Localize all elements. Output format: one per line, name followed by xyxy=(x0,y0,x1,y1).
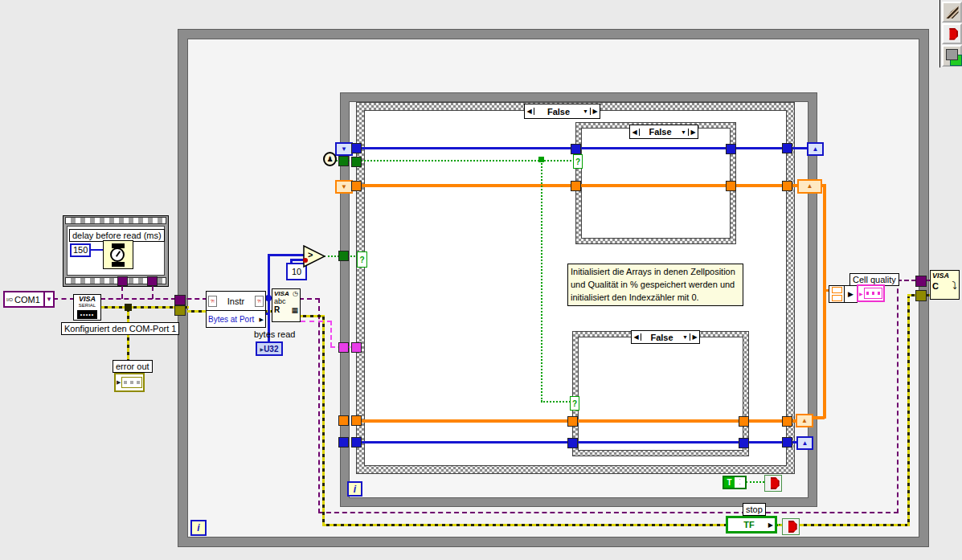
case-prev-icon[interactable]: ◀ xyxy=(630,129,640,136)
wire-array-bottom[interactable] xyxy=(356,419,804,423)
stop-boolean-control[interactable]: TF ▶ xyxy=(726,516,777,533)
wire-string-2[interactable] xyxy=(330,321,332,347)
case-tunnel-string[interactable] xyxy=(351,342,362,353)
wire-visa-bottom[interactable] xyxy=(318,512,899,513)
case-dropdown-icon[interactable]: ▼ xyxy=(682,334,688,340)
comment-box[interactable]: Initialisiert die Arrays in denen Zellpo… xyxy=(567,264,743,306)
tunnel-error-in[interactable] xyxy=(174,305,186,316)
greater-glyph: > xyxy=(308,250,313,260)
middle-loop-condition-terminal[interactable] xyxy=(764,475,782,492)
inner-bottom-tunnel-orange-l[interactable] xyxy=(567,416,578,427)
delay-constant[interactable]: 150 xyxy=(70,243,91,257)
greater-than-node[interactable]: > xyxy=(303,245,325,268)
error-out-indicator[interactable]: ▶ xyxy=(114,373,145,392)
sequence-tunnel-right[interactable] xyxy=(147,276,158,286)
tunnel-bool-top[interactable] xyxy=(338,156,349,166)
wire-array-into-sr[interactable] xyxy=(812,416,825,419)
shift-register-right-orange-bottom[interactable]: ▲ xyxy=(796,414,813,427)
inner-top-tunnel-orange-r[interactable] xyxy=(726,181,736,191)
wire-visa-com1[interactable] xyxy=(53,298,75,300)
circled-figure-node[interactable]: ♟ xyxy=(323,152,337,166)
property-node[interactable]: ?! Instr ?! Bytes at Port ▶ xyxy=(206,291,266,328)
case-selector-inner-bottom[interactable]: ◀ False ▼ ▶ xyxy=(631,330,700,344)
wire-error-down[interactable] xyxy=(322,315,325,526)
visa-close-node[interactable]: VISA C ⤵ xyxy=(930,270,960,300)
wire-array-wrap-down[interactable] xyxy=(823,184,826,419)
case-tunnel-blue-br[interactable] xyxy=(782,437,792,448)
case-prev-icon[interactable]: ◀ xyxy=(632,333,641,341)
case-selector-terminal-outer[interactable]: ? xyxy=(357,251,367,268)
paper-icon: ?! xyxy=(255,296,264,307)
case-tunnel-orange-br[interactable] xyxy=(782,416,792,427)
wire-delay[interactable] xyxy=(90,249,104,251)
shift-register-right-blue-top[interactable]: ▲ xyxy=(807,142,824,156)
shift-register-right-blue-bottom[interactable]: ▲ xyxy=(796,436,813,450)
visa-title: VISA xyxy=(74,296,100,303)
case-dropdown-icon[interactable]: ▼ xyxy=(681,129,686,135)
wire-visa-seq-drop1[interactable] xyxy=(121,286,123,299)
property-name[interactable]: Bytes at Port xyxy=(208,315,260,324)
outer-loop-condition-terminal[interactable] xyxy=(782,518,800,535)
visa-read-node[interactable]: VISA ◷ abc R ▦ xyxy=(272,288,301,322)
com-port-constant[interactable]: I/O COM1 ▼ xyxy=(3,291,55,308)
wire-error-up-right[interactable] xyxy=(907,295,910,526)
tunnel-error-out[interactable] xyxy=(915,290,927,301)
shift-register-left-blue[interactable]: ▼ xyxy=(335,142,353,156)
shift-register-right-orange-top[interactable]: ▲ xyxy=(797,179,822,194)
wire-visa-seq-drop2[interactable] xyxy=(152,286,154,299)
case-tunnel-orange-tr[interactable] xyxy=(782,181,792,191)
case-next-icon[interactable]: ▶ xyxy=(690,333,699,341)
tunnel-string[interactable] xyxy=(338,342,349,353)
tunnel-orange-bottom-left[interactable] xyxy=(338,415,349,426)
case-next-icon[interactable]: ▶ xyxy=(590,108,600,115)
case-tunnel-orange-tl[interactable] xyxy=(351,181,362,191)
tunnel-visa-in[interactable] xyxy=(174,295,186,305)
case-tunnel-bool[interactable] xyxy=(351,157,362,167)
inner-top-selector-terminal[interactable]: ? xyxy=(573,154,583,169)
inner-top-tunnel-orange-l[interactable] xyxy=(571,181,581,191)
outer-loop-iteration-terminal[interactable]: i xyxy=(190,520,207,536)
case-tunnel-blue-tr[interactable] xyxy=(782,143,792,153)
visa-configure-serial-node[interactable]: VISA SERIAL ••••• xyxy=(73,294,101,321)
palette-tool-button[interactable] xyxy=(942,45,962,67)
middle-loop-iteration-terminal[interactable]: i xyxy=(347,481,362,497)
wire-error-read-out[interactable] xyxy=(299,315,324,317)
wire-i32-to-compare[interactable] xyxy=(269,254,305,256)
build-array-node[interactable]: ▶ xyxy=(829,285,858,303)
wire-i32-top[interactable] xyxy=(350,147,813,149)
case-dropdown-icon[interactable]: ▼ xyxy=(583,108,588,114)
case-selector-outer[interactable]: ◀ False ▼ ▶ xyxy=(524,104,600,119)
case-tunnel-blue-tl[interactable] xyxy=(351,143,362,153)
wire-array-top[interactable] xyxy=(350,184,825,187)
bytes-read-indicator[interactable]: ▶ U32 xyxy=(256,341,283,356)
case-next-icon[interactable]: ▶ xyxy=(688,129,698,136)
wire-visa-up-right[interactable] xyxy=(897,280,899,513)
palette-pin-button[interactable] xyxy=(942,2,962,22)
cell-quality-indicator[interactable]: ▶ xyxy=(857,284,885,302)
wire-visa-down[interactable] xyxy=(318,298,320,513)
inner-bottom-tunnel-blue-l[interactable] xyxy=(567,438,578,448)
wire-visa-read-out[interactable] xyxy=(299,298,320,300)
inner-top-tunnel-blue-l[interactable] xyxy=(571,144,581,154)
palette-abort-button[interactable] xyxy=(942,23,962,44)
case-tunnel-blue-bl[interactable] xyxy=(351,437,362,448)
sequence-tunnel-left[interactable] xyxy=(117,276,128,286)
inner-bottom-selector-terminal[interactable]: ? xyxy=(570,396,579,411)
case-prev-icon[interactable]: ◀ xyxy=(525,108,534,115)
wire-error-bottom[interactable] xyxy=(322,524,910,526)
dropdown-icon[interactable]: ▼ xyxy=(43,291,53,308)
true-constant[interactable]: T ⁚ xyxy=(723,476,747,489)
tunnel-blue-bottom-left[interactable] xyxy=(338,437,349,448)
case-selector-inner-top[interactable]: ◀ False ▼ ▶ xyxy=(629,125,698,139)
wire-visa-serial-out[interactable] xyxy=(100,298,207,300)
wait-ms-node[interactable] xyxy=(103,240,133,269)
wire-bool-branch-down[interactable] xyxy=(541,161,542,402)
tunnel-bool-compare[interactable] xyxy=(338,251,349,261)
inner-bottom-tunnel-blue-r[interactable] xyxy=(739,438,749,448)
wire-bool-selector-bottom[interactable] xyxy=(541,401,574,403)
tunnel-visa-out[interactable] xyxy=(915,276,927,287)
inner-top-tunnel-blue-r[interactable] xyxy=(726,144,736,154)
inner-bottom-tunnel-orange-r[interactable] xyxy=(739,416,749,427)
shift-register-left-orange[interactable]: ▼ xyxy=(335,180,353,194)
case-tunnel-orange-bl[interactable] xyxy=(351,415,362,426)
